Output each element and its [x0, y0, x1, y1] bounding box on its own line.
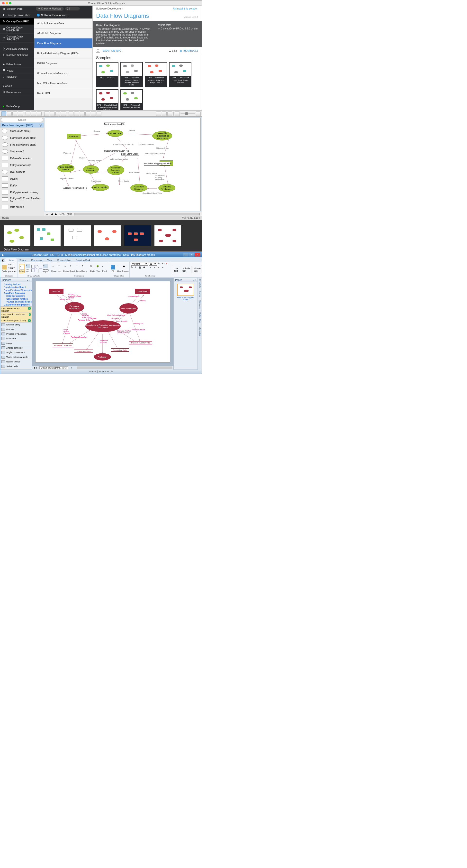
check-updates-button[interactable]: ⟳ Check for Updates — [36, 7, 64, 11]
page-thumbnail[interactable]: Data Flow Diagram Model — [177, 284, 194, 301]
library-shape[interactable]: State (multi state) — [0, 128, 44, 134]
align-right-tool[interactable] — [80, 112, 85, 116]
chain-tool[interactable] — [44, 112, 49, 116]
file-inventory[interactable]: Product Inventory File — [129, 341, 152, 344]
file-pub-ship[interactable]: Publisher Shipping Details — [144, 162, 170, 165]
library-shape[interactable]: Oval process — [0, 168, 44, 175]
proc-production[interactable]: Production — [94, 353, 111, 361]
solution-item[interactable]: Mac OS X User Interface — [34, 79, 93, 88]
file-po[interactable]: Purchase Order File — [53, 343, 73, 347]
strike-button[interactable]: S — [143, 266, 147, 270]
proc-apply-credit[interactable]: Apply Credit to Invoice — [57, 164, 74, 172]
maximize-button[interactable]: □ — [189, 253, 194, 256]
nav-item[interactable]: ✎ConceptDraw PRO — [0, 18, 34, 25]
file-book-info[interactable]: Book Information File — [104, 122, 125, 126]
side-tab[interactable]: Layers — [198, 290, 202, 299]
gallery-item[interactable] — [64, 225, 91, 246]
help-icon[interactable]: ? — [28, 307, 31, 310]
proc-invoice-ver[interactable]: Invoice Verification — [83, 165, 99, 174]
panel-menu-icon[interactable]: ▾ × — [193, 279, 196, 281]
zoom-slider[interactable] — [180, 113, 195, 114]
solution-item[interactable]: Entity-Relationship Diagram (ERD) — [34, 49, 93, 58]
smart-connector[interactable]: ⤴Smart — [70, 264, 75, 273]
file-prod-data2[interactable]: Production Data — [111, 348, 129, 352]
library-shape[interactable]: Side to side — [0, 364, 32, 369]
library-shape[interactable]: Entity (rounded corners) — [0, 189, 44, 196]
ext-customer[interactable]: Customer — [67, 134, 80, 139]
library-shape[interactable]: Side to same side — [0, 369, 32, 370]
solution-item[interactable]: Android User Interface — [34, 19, 93, 29]
add-sheet-icon[interactable]: ＋ — [70, 366, 72, 370]
shape-arc-icon[interactable] — [35, 269, 38, 272]
gallery-item[interactable] — [94, 225, 121, 246]
pan-tool[interactable] — [162, 112, 167, 116]
rect-tool[interactable] — [7, 112, 12, 116]
proc-process-order[interactable]: Process Order — [107, 130, 123, 137]
shape-ellipse-icon[interactable] — [35, 265, 38, 269]
sample-card[interactable]: DFD — Last Resort Hotel Book Room Proces… — [169, 62, 192, 87]
pointer-tool[interactable] — [1, 112, 6, 116]
tree-item[interactable]: Data flow diagrams — [1, 294, 31, 298]
arc-tool[interactable] — [37, 112, 42, 116]
help-icon[interactable]: ? — [28, 319, 31, 322]
sheet-tab[interactable]: Data Flow Diagram... (1/1) — [39, 366, 69, 369]
page-thumbs-icon[interactable]: ▯▯▯▯ — [67, 213, 72, 215]
cut-button[interactable]: ✂Cut — [8, 263, 16, 267]
align-left-tool[interactable] — [69, 112, 73, 116]
direct-connector[interactable]: ↘Direct — [51, 264, 57, 273]
zoom-in-button[interactable] — [196, 112, 201, 116]
maximize-icon[interactable] — [9, 2, 11, 4]
tree-item[interactable]: Data Flow Diagrams — [1, 291, 31, 294]
decrease-font-icon[interactable]: A▾ — [162, 262, 165, 266]
library-shape[interactable]: Jump — [0, 341, 32, 346]
diagram-canvas[interactable]: Provider Consumer Purchasing Department … — [35, 281, 170, 363]
library-header[interactable]: Data flow diagram (DFD) × — [0, 123, 44, 128]
page-nav-prev-icon[interactable]: ◀ — [51, 213, 53, 215]
font-color-icon[interactable]: A — [166, 262, 170, 266]
proc-assemble-cust[interactable]: Assemble Customer Orders — [107, 165, 124, 175]
gallery-item[interactable] — [34, 225, 61, 246]
nav-item[interactable]: ☰News — [0, 67, 34, 74]
distribute-tool[interactable] — [86, 112, 90, 116]
nav-item[interactable]: ▦Solution Park — [0, 6, 34, 12]
library-category[interactable]: DFD, Gane-Sarson notation? — [0, 307, 32, 313]
chain-button[interactable]: ⛓Chain — [90, 264, 95, 273]
proc-assemble-ship[interactable]: Assemble Shipment — [130, 184, 147, 192]
user-badge[interactable]: Marie Coop — [0, 103, 34, 110]
arc-connector[interactable]: ⌒Arc — [57, 264, 63, 273]
underline-button[interactable]: U — [139, 266, 143, 270]
library-shape[interactable]: Bottom to side — [0, 360, 32, 364]
library-shape[interactable]: Process w / Location — [0, 332, 32, 336]
subtitle-text-preset[interactable]: Subtitle text — [181, 266, 192, 273]
curve-connector[interactable]: 〰Curve — [76, 264, 81, 273]
point-button[interactable]: •Point — [102, 264, 107, 273]
shape-rect-icon[interactable] — [31, 265, 35, 269]
close-button[interactable]: × — [195, 253, 200, 256]
file-acct-recv[interactable]: Account Receivable File — [63, 186, 87, 190]
solution-item[interactable]: Rapid UML — [34, 88, 93, 98]
shape-poly-icon[interactable] — [31, 269, 35, 272]
file-prod-data1[interactable]: Production Data — [74, 349, 93, 353]
h-scrollbar[interactable] — [77, 367, 172, 369]
textbox-tool[interactable]: TText Box — [25, 264, 31, 273]
proc-invoice-creation[interactable]: Invoice Creation — [92, 184, 109, 191]
solution-item[interactable]: ATM UML Diagrams — [34, 29, 93, 38]
title-text-preset[interactable]: Title text — [173, 266, 180, 273]
library-shape[interactable]: Entity with ID and location (... — [0, 196, 44, 204]
tab-list[interactable]: ☰LIST — [169, 50, 177, 52]
library-shape[interactable]: Entity — [0, 182, 44, 189]
clone-button[interactable]: ⊕Clone — [8, 271, 16, 274]
side-tab[interactable]: Behaviour — [198, 299, 202, 311]
close-icon[interactable] — [2, 2, 5, 4]
solution-item[interactable]: IDEF0 Diagrams — [34, 58, 93, 68]
nav-item[interactable]: ⬇Installed Solutions — [0, 52, 34, 58]
sample-card[interactable]: DFD — Process of Account Receivable — [121, 89, 143, 110]
nav-item[interactable]: ◧ConceptDraw Office — [0, 12, 34, 18]
nav-item[interactable]: ❂ConceptDraw MINDMAP — [0, 25, 34, 34]
minimize-icon[interactable] — [6, 2, 8, 4]
library-shape[interactable]: Angled connector 2 — [0, 350, 32, 355]
help-icon[interactable]: ? — [29, 313, 31, 316]
align-right-icon[interactable]: ≡ — [158, 266, 162, 270]
zoom-in-tool[interactable] — [156, 112, 161, 116]
drawing-shapes-button[interactable]: ◇Drawing Shapes — [43, 264, 48, 273]
